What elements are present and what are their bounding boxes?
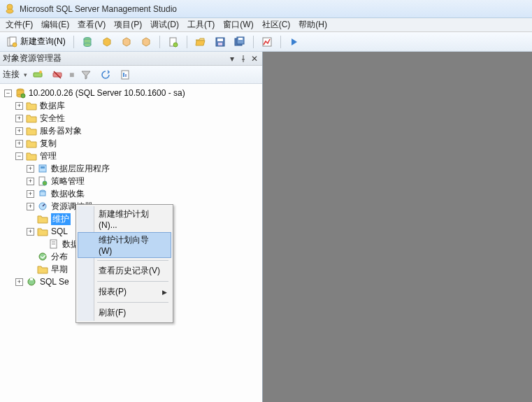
menu-help[interactable]: 帮助(H) [294, 17, 331, 32]
no-expander [27, 215, 34, 223]
svg-rect-15 [238, 38, 243, 40]
cm-view-history[interactable]: 查看历史记录(V) [78, 263, 171, 279]
disconnect-button[interactable] [48, 67, 66, 82]
context-menu: 新建维护计划(N)... 维护计划向导(W) 查看历史记录(V) 报表(P)▶ … [76, 204, 173, 323]
close-icon[interactable]: ✕ [250, 54, 259, 64]
toolbar-btn-3[interactable] [117, 34, 136, 50]
expand-icon[interactable]: + [27, 203, 34, 210]
menu-view[interactable]: 查看(V) [73, 17, 110, 32]
toolbar-saveall[interactable] [231, 34, 249, 50]
expand-icon[interactable]: + [27, 178, 34, 185]
menu-tools[interactable]: 工具(T) [183, 17, 219, 32]
connect-label: 连接 [3, 69, 20, 80]
tree-management[interactable]: −管理 [1, 150, 261, 162]
tree-data-tier[interactable]: +数据层应用程序 [1, 162, 261, 175]
expand-icon[interactable]: + [27, 228, 34, 236]
expand-icon[interactable]: + [27, 165, 34, 173]
refresh-icon [100, 69, 111, 80]
main-area: 对象资源管理器 ▾ ✕ 连接▾ ■ −10.200.0.26 (SQL Serv… [0, 52, 532, 402]
collapse-icon[interactable]: − [15, 152, 23, 160]
new-query-icon [6, 36, 17, 48]
cm-refresh[interactable]: 刷新(F) [78, 305, 171, 321]
expand-icon[interactable]: + [15, 115, 23, 122]
tree-security[interactable]: +安全性 [1, 112, 261, 124]
expand-icon[interactable]: + [27, 190, 34, 198]
object-tree[interactable]: −10.200.0.26 (SQL Server 10.50.1600 - sa… [0, 84, 262, 291]
dtc-icon [37, 251, 48, 262]
toolbar-btn-2[interactable] [98, 34, 116, 50]
cm-plan-wizard[interactable]: 维护计划向导(W) [78, 232, 171, 258]
toolbar-btn-1[interactable] [78, 34, 96, 50]
connect-icon [32, 69, 43, 80]
svg-rect-12 [218, 43, 222, 45]
dropdown-icon[interactable]: ▾ [227, 54, 237, 64]
tree-replication[interactable]: +复制 [1, 137, 261, 150]
datatier-icon [37, 163, 48, 174]
menu-window[interactable]: 窗口(W) [219, 17, 257, 32]
tree-label: 策略管理 [51, 175, 85, 187]
folder-icon [26, 113, 37, 124]
expand-icon[interactable]: + [15, 127, 23, 135]
folder-icon [26, 138, 37, 149]
toolbar-btn-5[interactable] [164, 34, 182, 50]
connect-button[interactable] [29, 67, 47, 82]
arrow-right-icon [289, 36, 300, 48]
toolbar-next[interactable] [285, 34, 303, 50]
collapse-icon[interactable]: − [4, 89, 12, 97]
expand-icon[interactable]: + [15, 102, 23, 110]
menu-community[interactable]: 社区(C) [258, 17, 295, 32]
cm-separator [97, 302, 168, 303]
tree-label: 服务器对象 [40, 125, 82, 137]
toolbar-separator [73, 36, 74, 48]
svg-point-7 [84, 43, 91, 46]
cm-new-plan[interactable]: 新建维护计划(N)... [78, 206, 171, 232]
menu-debug[interactable]: 调试(D) [146, 17, 183, 32]
toolbar-separator [187, 36, 187, 48]
tree-databases[interactable]: +数据库 [1, 99, 261, 112]
agent-icon [26, 276, 37, 287]
tree-data-collection[interactable]: +数据收集 [1, 187, 261, 200]
app-icon [4, 3, 15, 15]
tree-label: 10.200.0.26 (SQL Server 10.50.1600 - sa) [29, 88, 185, 98]
refresh-button[interactable] [96, 67, 115, 82]
toolbar-btn-4[interactable] [137, 34, 155, 50]
panel-tb-sep: ■ [68, 70, 76, 80]
toolbar-save[interactable] [211, 34, 229, 50]
toolbar-open[interactable] [192, 34, 210, 50]
menu-project[interactable]: 项目(P) [110, 17, 146, 32]
chevron-right-icon: ▶ [162, 289, 167, 296]
tree-label: 数据库 [40, 100, 65, 112]
menubar: 文件(F) 编辑(E) 查看(V) 项目(P) 调试(D) 工具(T) 窗口(W… [0, 18, 532, 32]
object-explorer-panel: 对象资源管理器 ▾ ✕ 连接▾ ■ −10.200.0.26 (SQL Serv… [0, 52, 263, 402]
cm-reports[interactable]: 报表(P)▶ [78, 284, 171, 300]
svg-point-4 [13, 43, 17, 47]
collection-icon [37, 188, 48, 199]
tree-server-objects[interactable]: +服务器对象 [1, 124, 261, 137]
cm-label: 报表(P) [99, 287, 127, 296]
cube-alt2-icon [141, 36, 152, 48]
svg-rect-22 [123, 73, 124, 77]
folder-icon [37, 213, 48, 224]
tree-policy[interactable]: +策略管理 [1, 175, 261, 187]
panel-title: 对象资源管理器 [3, 52, 226, 64]
disconnect-icon [52, 69, 63, 80]
cube-icon [101, 36, 113, 48]
menu-edit[interactable]: 编辑(E) [37, 17, 73, 32]
tree-label: SQL [51, 227, 68, 236]
expand-icon[interactable]: + [15, 278, 23, 286]
report-button[interactable] [116, 67, 134, 82]
tree-label: 早期 [51, 264, 68, 275]
no-expander [27, 266, 34, 273]
pin-icon[interactable] [238, 54, 248, 64]
menu-file[interactable]: 文件(F) [1, 17, 37, 32]
no-expander [38, 241, 45, 248]
new-query-button[interactable]: 新建查询(N) [3, 34, 69, 50]
filter-button[interactable] [77, 67, 95, 82]
toolbar-activity[interactable] [258, 34, 276, 50]
tree-label: 管理 [40, 150, 57, 162]
svg-point-1 [6, 9, 13, 13]
svg-rect-23 [125, 74, 127, 77]
tree-server-node[interactable]: −10.200.0.26 (SQL Server 10.50.1600 - sa… [1, 87, 261, 99]
expand-icon[interactable]: + [15, 140, 23, 148]
report-icon [120, 69, 131, 80]
